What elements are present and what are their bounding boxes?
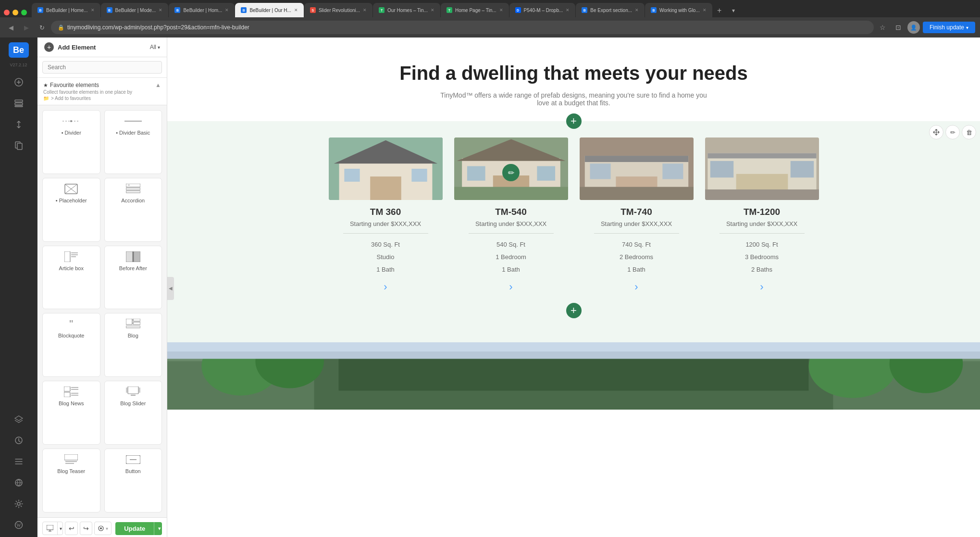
tab-10-close[interactable]: ✕ bbox=[703, 8, 707, 12]
tab-3[interactable]: B BeBuilder | Hom... ✕ bbox=[169, 3, 235, 17]
undo-button[interactable]: ↩ bbox=[65, 522, 77, 535]
update-btn-group: Update ▾ bbox=[115, 522, 162, 535]
move-icon-btn[interactable] bbox=[929, 125, 943, 139]
sidebar-icon-add-section[interactable] bbox=[9, 73, 29, 91]
svg-rect-47 bbox=[47, 525, 53, 530]
element-item-article-box[interactable]: Article box bbox=[42, 246, 100, 310]
element-item-blockquote[interactable]: " Blockquote bbox=[42, 313, 100, 377]
blog-news-label: Blog News bbox=[59, 400, 84, 406]
svg-rect-31 bbox=[126, 326, 140, 328]
address-field[interactable]: 🔒 tinymodliving.com/wp-admin/post.php?po… bbox=[51, 21, 874, 34]
new-tab-button[interactable]: + bbox=[713, 4, 726, 17]
sidebar-icon-options[interactable] bbox=[9, 452, 29, 471]
plus-btn-bottom[interactable]: + bbox=[566, 303, 582, 318]
traffic-light-green[interactable] bbox=[21, 10, 27, 15]
element-item-divider[interactable]: • Divider bbox=[42, 110, 100, 174]
element-item-placeholder[interactable]: • Placeholder bbox=[42, 178, 100, 242]
update-button[interactable]: Update bbox=[115, 522, 154, 535]
edit-pencil-btn[interactable]: ✏ bbox=[945, 125, 960, 139]
svg-rect-3 bbox=[15, 106, 23, 107]
favourites-add[interactable]: 📁 > Add to favourites bbox=[43, 96, 161, 101]
filter-dropdown[interactable]: All ▾ bbox=[150, 44, 160, 50]
tab-3-close[interactable]: ✕ bbox=[225, 8, 229, 12]
tab-6-close[interactable]: ✕ bbox=[431, 8, 434, 12]
home-divider-tm540 bbox=[469, 233, 554, 234]
tab-4-close[interactable]: ✕ bbox=[294, 8, 298, 12]
tab-6-label: Our Homes – Tin... bbox=[387, 8, 428, 13]
plus-btn-top[interactable]: + bbox=[566, 113, 582, 129]
element-item-blog-news[interactable]: Blog News bbox=[42, 381, 100, 445]
tab-10[interactable]: B Working with Glo... ✕ bbox=[645, 3, 712, 17]
tab-9-close[interactable]: ✕ bbox=[635, 8, 639, 12]
home-arrow-tm740[interactable]: › bbox=[580, 281, 694, 293]
sidebar-icon-layers[interactable] bbox=[9, 410, 29, 428]
collapse-panel-btn[interactable]: ◀ bbox=[167, 277, 174, 300]
device-chevron[interactable]: ▾ bbox=[57, 522, 63, 535]
home-price-tm360: Starting under $XXX,XXX bbox=[329, 220, 443, 227]
delete-section-btn[interactable]: 🗑 bbox=[962, 125, 976, 139]
add-element-label: Add Element bbox=[58, 44, 96, 51]
element-item-blog-teaser[interactable]: Blog Teaser bbox=[42, 449, 100, 512]
search-input[interactable] bbox=[42, 61, 162, 74]
update-arrow-button[interactable]: ▾ bbox=[154, 522, 162, 535]
device-selector[interactable]: ▾ bbox=[42, 522, 63, 535]
tab-7-close[interactable]: ✕ bbox=[499, 8, 503, 12]
tab-6[interactable]: T Our Homes – Tin... ✕ bbox=[373, 3, 440, 17]
search-container bbox=[37, 57, 167, 78]
svg-rect-18 bbox=[126, 188, 140, 190]
tab-2-label: BeBuilder | Mode... bbox=[115, 8, 156, 13]
tab-4-active[interactable]: B BeBuilder | Our H... ✕ bbox=[235, 3, 304, 17]
tab-1-close[interactable]: ✕ bbox=[91, 8, 95, 12]
element-item-blog-slider[interactable]: Blog Slider bbox=[104, 381, 162, 445]
back-button[interactable]: ◀ bbox=[5, 21, 17, 34]
button-icon bbox=[126, 454, 140, 465]
element-item-before-after[interactable]: Before After bbox=[104, 246, 162, 310]
tab-1[interactable]: B BeBuilder | Home... ✕ bbox=[32, 3, 100, 17]
tab-10-label: Working with Glo... bbox=[659, 8, 700, 13]
tab-5[interactable]: S Slider Revolutioni... ✕ bbox=[304, 3, 372, 17]
home-arrow-tm360[interactable]: › bbox=[329, 281, 443, 293]
tab-2[interactable]: B BeBuilder | Mode... ✕ bbox=[101, 3, 169, 17]
finish-update-button[interactable]: Finish update ▾ bbox=[923, 22, 975, 33]
tab-scroll-button[interactable]: ▾ bbox=[727, 4, 740, 17]
redo-button[interactable]: ↪ bbox=[80, 522, 92, 535]
tab-8-close[interactable]: ✕ bbox=[566, 8, 570, 12]
forward-button[interactable]: ▶ bbox=[20, 21, 33, 34]
tab-2-close[interactable]: ✕ bbox=[159, 8, 162, 12]
placeholder-label: • Placeholder bbox=[56, 198, 87, 203]
sidebar-icon-sections[interactable] bbox=[9, 94, 29, 112]
sidebar-icon-wordpress[interactable]: W bbox=[9, 516, 29, 534]
traffic-light-yellow[interactable] bbox=[12, 10, 18, 15]
element-item-divider-basic[interactable]: • Divider Basic bbox=[104, 110, 162, 174]
preview-button[interactable]: ▾ bbox=[94, 522, 112, 535]
home-bedrooms-tm1200: 3 Bedrooms bbox=[705, 251, 819, 263]
element-item-button[interactable]: Button bbox=[104, 449, 162, 512]
traffic-light-red[interactable] bbox=[4, 10, 10, 15]
element-item-blog[interactable]: Blog bbox=[104, 313, 162, 377]
tab-8[interactable]: D P540-M – Dropb... ✕ bbox=[509, 3, 576, 17]
add-element-btn[interactable]: + Add Element bbox=[44, 42, 96, 52]
sidebar-icon-history[interactable] bbox=[9, 431, 29, 450]
sidebar-icon-globe[interactable] bbox=[9, 474, 29, 492]
home-img-tm1200 bbox=[705, 137, 819, 200]
favourites-collapse-btn[interactable]: ▲ bbox=[155, 82, 161, 88]
tab-5-close[interactable]: ✕ bbox=[363, 8, 367, 12]
reload-button[interactable]: ↻ bbox=[36, 21, 48, 34]
element-item-accordion[interactable]: Accordion bbox=[104, 178, 162, 242]
sidebar-icon-arrange[interactable] bbox=[9, 115, 29, 134]
tab-export-section[interactable]: B Be Export section... ✕ bbox=[576, 3, 645, 17]
blog-news-icon bbox=[64, 386, 78, 398]
home-sqft-tm1200: 1200 Sq. Ft bbox=[705, 238, 819, 251]
home-arrow-tm1200[interactable]: › bbox=[705, 281, 819, 293]
profile-button[interactable]: 👤 bbox=[907, 21, 920, 34]
svg-rect-30 bbox=[133, 322, 140, 325]
extension-button[interactable]: ⊡ bbox=[892, 21, 905, 34]
sidebar-icon-pages[interactable] bbox=[9, 137, 29, 155]
sidebar-icon-settings[interactable] bbox=[9, 495, 29, 513]
bookmark-button[interactable]: ☆ bbox=[877, 21, 889, 34]
device-desktop-btn[interactable] bbox=[43, 522, 57, 535]
finish-update-label: Finish update bbox=[930, 24, 964, 31]
home-arrow-tm540[interactable]: › bbox=[454, 281, 568, 293]
tab-7[interactable]: T Home Page – Tin... ✕ bbox=[441, 3, 509, 17]
center-edit-btn[interactable]: ✏ bbox=[502, 164, 520, 181]
